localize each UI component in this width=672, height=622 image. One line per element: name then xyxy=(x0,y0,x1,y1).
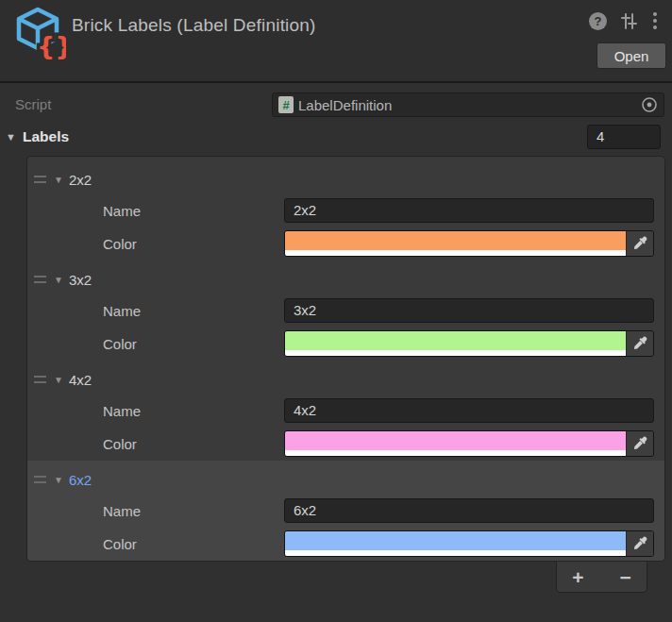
label-element: ▼ 6x2 Name 6x2 Color xyxy=(27,461,664,561)
foldout-open-icon[interactable]: ▼ xyxy=(6,125,16,149)
alpha-bar xyxy=(285,550,626,556)
eyedropper-icon xyxy=(632,236,647,251)
eyedropper-icon xyxy=(632,536,647,551)
script-row: Script # LabelDefinition xyxy=(0,92,672,117)
name-input[interactable]: 3x2 xyxy=(284,298,654,323)
color-field[interactable] xyxy=(284,330,654,357)
name-label: Name xyxy=(103,403,284,419)
color-label: Color xyxy=(103,536,284,552)
foldout-open-icon[interactable]: ▼ xyxy=(51,175,66,185)
label-element-title: 4x2 xyxy=(69,372,92,388)
foldout-open-icon[interactable]: ▼ xyxy=(51,375,66,385)
label-element-header[interactable]: ▼ 3x2 xyxy=(27,268,664,291)
name-input[interactable]: 4x2 xyxy=(284,398,654,423)
name-label: Name xyxy=(103,303,284,319)
open-button[interactable]: Open xyxy=(596,42,666,69)
name-row: Name 3x2 xyxy=(27,298,664,323)
color-row: Color xyxy=(27,430,664,457)
drag-handle-icon[interactable] xyxy=(34,376,46,383)
label-element: ▼ 3x2 Name 3x2 Color xyxy=(27,261,664,361)
label-element-header[interactable]: ▼ 2x2 xyxy=(27,168,664,191)
color-label: Color xyxy=(103,336,284,352)
object-picker-icon[interactable] xyxy=(641,96,658,113)
labels-list: ▼ 2x2 Name 2x2 Color ▼ xyxy=(26,156,665,562)
color-field[interactable] xyxy=(284,230,654,257)
labels-foldout-label: Labels xyxy=(23,125,69,149)
eyedropper-icon xyxy=(632,336,647,351)
color-label: Color xyxy=(103,236,284,252)
color-swatch xyxy=(285,531,626,550)
drag-handle-icon[interactable] xyxy=(34,276,46,283)
foldout-open-icon[interactable]: ▼ xyxy=(51,475,66,485)
label-element: ▼ 4x2 Name 4x2 Color xyxy=(27,361,664,461)
array-size-input[interactable]: 4 xyxy=(587,125,661,149)
color-swatch xyxy=(285,331,626,350)
color-field[interactable] xyxy=(284,430,654,457)
name-label: Name xyxy=(103,203,284,219)
eyedropper-button[interactable] xyxy=(626,331,653,356)
color-preview[interactable] xyxy=(285,531,626,556)
color-preview[interactable] xyxy=(285,431,626,456)
script-object-field[interactable]: # LabelDefinition xyxy=(272,92,664,117)
drag-handle-icon[interactable] xyxy=(34,176,46,183)
drag-handle-icon[interactable] xyxy=(34,476,46,483)
label-element-header[interactable]: ▼ 6x2 xyxy=(27,468,664,491)
label-element-title: 6x2 xyxy=(69,472,92,488)
add-element-button[interactable]: + xyxy=(568,567,587,587)
csharp-script-icon: # xyxy=(278,96,294,113)
script-label: Script xyxy=(15,92,51,117)
alpha-bar xyxy=(285,250,626,256)
color-row: Color xyxy=(27,530,664,557)
label-element-title: 3x2 xyxy=(69,272,92,288)
alpha-bar xyxy=(285,350,626,356)
help-icon[interactable]: ? xyxy=(589,12,607,30)
kebab-menu-icon[interactable] xyxy=(651,11,659,30)
presets-icon[interactable] xyxy=(619,11,639,31)
name-label: Name xyxy=(103,503,284,519)
name-input[interactable]: 6x2 xyxy=(284,498,654,523)
name-row: Name 6x2 xyxy=(27,498,664,523)
color-field[interactable] xyxy=(284,530,654,557)
label-element-header[interactable]: ▼ 4x2 xyxy=(27,368,664,391)
color-swatch xyxy=(285,231,626,250)
label-element-title: 2x2 xyxy=(69,172,92,188)
labels-list-items: ▼ 2x2 Name 2x2 Color ▼ xyxy=(27,160,664,561)
page-title: Brick Labels (Label Definition) xyxy=(72,15,316,36)
color-preview[interactable] xyxy=(285,331,626,356)
eyedropper-icon xyxy=(632,436,647,451)
eyedropper-button[interactable] xyxy=(626,431,653,456)
braces-glyph: {} xyxy=(37,31,66,60)
scriptable-object-icon: {} xyxy=(9,5,66,61)
eyedropper-button[interactable] xyxy=(626,231,653,256)
alpha-bar xyxy=(285,450,626,456)
foldout-open-icon[interactable]: ▼ xyxy=(51,275,66,285)
color-swatch xyxy=(285,431,626,450)
color-row: Color xyxy=(27,330,664,357)
eyedropper-button[interactable] xyxy=(626,531,653,556)
color-label: Color xyxy=(103,436,284,452)
name-row: Name 4x2 xyxy=(27,398,664,423)
labels-foldout-row[interactable]: ▼ Labels 4 xyxy=(0,125,672,149)
inspector-header: {} Brick Labels (Label Definition) ? Ope… xyxy=(0,0,672,83)
script-value: LabelDefinition xyxy=(298,97,636,113)
color-row: Color xyxy=(27,230,664,257)
remove-element-button[interactable]: − xyxy=(616,567,635,587)
list-footer: + − xyxy=(556,562,647,593)
color-preview[interactable] xyxy=(285,231,626,256)
name-row: Name 2x2 xyxy=(27,198,664,223)
label-element: ▼ 2x2 Name 2x2 Color xyxy=(27,160,664,261)
name-input[interactable]: 2x2 xyxy=(284,198,654,223)
